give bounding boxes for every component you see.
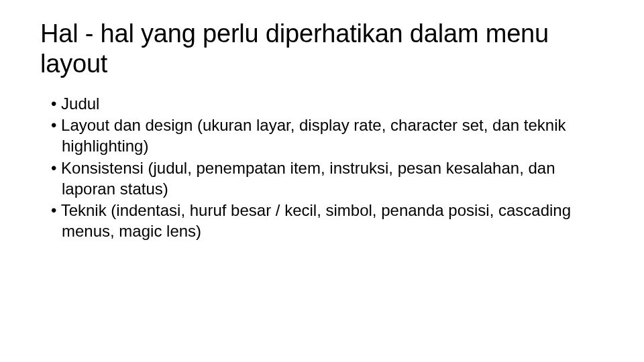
bullet-list: Judul Layout dan design (ukuran layar, d… xyxy=(40,94,604,242)
list-item: Layout dan design (ukuran layar, display… xyxy=(40,115,604,156)
list-item: Judul xyxy=(40,94,604,115)
list-item: Teknik (indentasi, huruf besar / kecil, … xyxy=(40,200,604,241)
list-item: Konsistensi (judul, penempatan item, ins… xyxy=(40,158,604,199)
slide-title: Hal - hal yang perlu diperhatikan dalam … xyxy=(40,19,604,79)
